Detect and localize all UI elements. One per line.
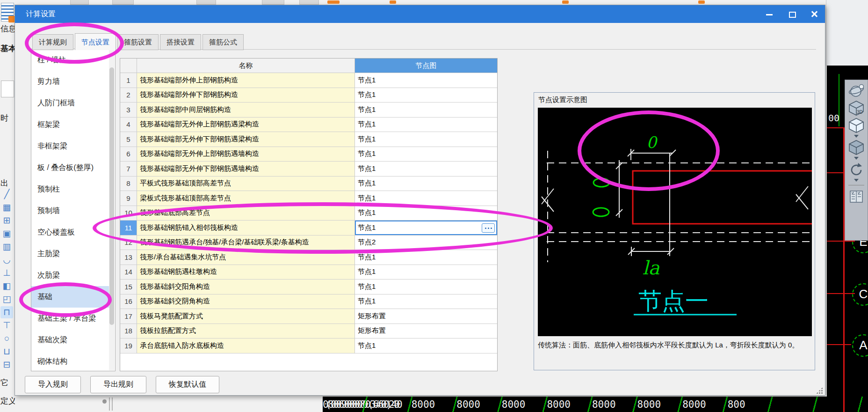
category-item[interactable]: 柱 / 墙柱 xyxy=(31,49,109,71)
dimension-value: 8000 xyxy=(456,399,480,410)
承台底筋锚入防水底板构造[interactable]: 19 承台底筋锚入防水底板构造 节点1 xyxy=(120,338,497,353)
independent-footing-icon[interactable]: ◰ xyxy=(0,293,13,305)
collecting-pit-icon[interactable]: ◡ xyxy=(0,254,13,266)
row-node-value[interactable]: 节点1 xyxy=(355,294,497,309)
splitter-handle[interactable] xyxy=(102,399,107,404)
row-node-value[interactable]: 节点1 xyxy=(355,191,497,206)
step-footing-icon[interactable]: ◧ xyxy=(0,280,13,292)
display-settings-icon[interactable] xyxy=(847,188,865,205)
row-node-value[interactable]: 节点1 xyxy=(355,132,497,147)
梁板式筏形基础顶部高差节点[interactable]: 9 梁板式筏形基础顶部高差节点 节点1 xyxy=(120,191,497,206)
category-item[interactable]: 次肋梁 xyxy=(31,265,109,286)
resize-grip[interactable] xyxy=(816,387,823,394)
row-node-value[interactable]: 节点1 xyxy=(355,147,497,162)
slab-band-icon[interactable]: ▥ xyxy=(0,241,13,253)
brick-base-icon[interactable]: ⊟ xyxy=(0,359,13,371)
tab[interactable]: 计算规则 xyxy=(32,34,73,50)
raft-slab-icon[interactable]: ▦ xyxy=(0,201,13,213)
筏形基础钢筋遇承台/独基/承台梁/基础联系梁/条基构造[interactable]: 12 筏形基础钢筋遇承台/独基/承台梁/基础联系梁/条基构造 节点2 xyxy=(120,235,497,250)
node-column-header[interactable]: 节点图 xyxy=(355,59,497,73)
筏形基础斜交阴角构造[interactable]: 16 筏形基础斜交阴角构造 节点1 xyxy=(120,294,497,309)
pile-icon[interactable]: ⊤ xyxy=(0,319,13,331)
row-node-value[interactable]: 节点1 xyxy=(355,177,497,191)
footer-button[interactable]: 导出规则 xyxy=(90,376,146,393)
tab[interactable]: 搭接设置 xyxy=(160,34,201,50)
rotate-view-icon[interactable] xyxy=(847,161,865,178)
footer-button[interactable]: 恢复默认值 xyxy=(156,376,219,393)
row-node-value[interactable]: 节点1 xyxy=(355,250,497,265)
category-item[interactable]: 砌体结构 xyxy=(31,351,109,371)
row-node-value[interactable]: 节点1 xyxy=(355,162,497,177)
list-scrollbar[interactable] xyxy=(109,50,115,370)
category-item[interactable]: 基础次梁 xyxy=(31,329,109,351)
row-node-value[interactable]: 矩形布置 xyxy=(355,324,497,339)
cushion-icon[interactable]: ○ xyxy=(0,332,13,345)
筏形基础端部无外伸上部钢筋遇墙构造[interactable]: 6 筏形基础端部无外伸上部钢筋遇墙构造 节点1 xyxy=(120,147,497,162)
筏板拉筋配置方式[interactable]: 18 筏板拉筋配置方式 矩形布置 xyxy=(120,324,497,339)
tab[interactable]: 箍筋设置 xyxy=(117,34,159,50)
footer-button[interactable]: 导入规则 xyxy=(25,376,81,393)
筏形基础端部外伸上部钢筋构造[interactable]: 1 筏形基础端部外伸上部钢筋构造 节点1 xyxy=(120,73,497,88)
category-item[interactable]: 基础 xyxy=(31,286,109,308)
筏板马凳筋配置方式[interactable]: 17 筏板马凳筋配置方式 矩形布置 xyxy=(120,309,497,324)
category-item[interactable]: 剪力墙 xyxy=(31,71,109,92)
row-name: 梁板式筏形基础顶部高差节点 xyxy=(137,191,355,206)
row-node-value[interactable]: 节点2 xyxy=(355,235,497,250)
green-marker xyxy=(593,208,609,216)
solid-view-icon[interactable] xyxy=(847,139,865,156)
category-item[interactable]: 板 / 叠合板(整厚) xyxy=(31,157,109,178)
trench-icon[interactable]: ⊔ xyxy=(0,346,13,358)
row-node-value[interactable]: 节点1 xyxy=(355,280,497,294)
pile-cap-icon[interactable]: ⊓ xyxy=(0,306,13,318)
筏形基础钢筋遇柱墩构造[interactable]: 14 筏形基础钢筋遇柱墩构造 节点1 xyxy=(120,265,497,280)
筏形基础斜交阳角构造[interactable]: 15 筏形基础斜交阳角构造 节点1 xyxy=(120,280,497,294)
beam-icon[interactable]: ╱ xyxy=(0,188,13,200)
row-node-value[interactable]: 节点1 xyxy=(355,206,497,221)
row-node-value[interactable]: 节点1 xyxy=(355,221,497,235)
orbit-view-icon[interactable] xyxy=(847,82,865,99)
平板式筏形基础顶部高差节点[interactable]: 8 平板式筏形基础顶部高差节点 节点1 xyxy=(120,177,497,191)
row-node-value[interactable]: 节点1 xyxy=(355,88,497,103)
row-node-value[interactable]: 节点1 xyxy=(355,118,497,132)
slab-joint-icon[interactable]: ⊞ xyxy=(0,214,13,227)
category-item[interactable]: 人防门框墙 xyxy=(31,92,109,114)
settings-table: 名称 节点图 1 筏形基础端部外伸上部钢筋构造 节点1 2 筏形基础端部外伸下部… xyxy=(120,58,498,371)
row-node-value[interactable]: 节点1 xyxy=(355,265,497,280)
category-item[interactable]: 预制柱 xyxy=(31,178,109,200)
close-button[interactable] xyxy=(810,10,818,18)
chevron-down-icon[interactable] xyxy=(854,157,859,160)
wireframe-view-icon[interactable] xyxy=(847,117,865,134)
筏形基础端部外伸下部钢筋构造[interactable]: 2 筏形基础端部外伸下部钢筋构造 节点1 xyxy=(120,88,497,103)
筏形基础底部高差节点[interactable]: 10 筏形基础底部高差节点 节点1 xyxy=(120,206,497,221)
筏形基础端部无外伸下部钢筋遇梁构造[interactable]: 5 筏形基础端部无外伸下部钢筋遇梁构造 节点1 xyxy=(120,132,497,147)
筏形基础端部中间层钢筋构造[interactable]: 3 筏形基础端部中间层钢筋构造 节点1 xyxy=(120,103,497,118)
dialog-titlebar[interactable]: 计算设置 xyxy=(15,5,825,23)
column-base-icon[interactable]: ⊥ xyxy=(0,267,13,279)
composite-slab-icon[interactable]: ▣ xyxy=(0,228,13,240)
tab[interactable]: 节点设置 xyxy=(75,33,116,50)
maximize-button[interactable] xyxy=(788,10,796,18)
document-icon xyxy=(1,3,14,22)
chevron-down-icon[interactable] xyxy=(854,135,859,138)
category-item[interactable]: 主肋梁 xyxy=(31,243,109,265)
row-node-value[interactable]: 节点1 xyxy=(355,338,497,353)
category-item[interactable]: 预制墙 xyxy=(31,200,109,221)
chevron-down-icon[interactable] xyxy=(854,179,859,182)
row-index: 16 xyxy=(120,294,137,309)
category-item[interactable]: 空心楼盖板 xyxy=(31,221,109,243)
ellipsis-button[interactable] xyxy=(482,223,495,233)
tab[interactable]: 箍筋公式 xyxy=(203,34,244,50)
view-3d-icon[interactable]: 3D xyxy=(847,100,865,117)
category-item[interactable]: 框架梁 xyxy=(31,114,109,135)
row-node-value[interactable]: 节点1 xyxy=(355,103,497,118)
row-node-value[interactable]: 节点1 xyxy=(355,73,497,88)
scrollbar-thumb[interactable] xyxy=(109,67,114,325)
row-node-value[interactable]: 矩形布置 xyxy=(355,309,497,324)
category-item[interactable]: 基础主梁 / 承台梁 xyxy=(31,308,109,329)
筏形/承台基础遇集水坑节点[interactable]: 13 筏形/承台基础遇集水坑节点 节点1 xyxy=(120,250,497,265)
筏形基础端部无外伸上部钢筋遇梁构造[interactable]: 4 筏形基础端部无外伸上部钢筋遇梁构造 节点1 xyxy=(120,118,497,132)
筏形基础端部无外伸下部钢筋遇墙构造[interactable]: 7 筏形基础端部无外伸下部钢筋遇墙构造 节点1 xyxy=(120,162,497,177)
筏形基础钢筋锚入相邻筏板构造[interactable]: 11 筏形基础钢筋锚入相邻筏板构造 节点1 xyxy=(120,221,497,235)
category-item[interactable]: 非框架梁 xyxy=(31,135,109,157)
minimize-button[interactable] xyxy=(765,10,774,18)
